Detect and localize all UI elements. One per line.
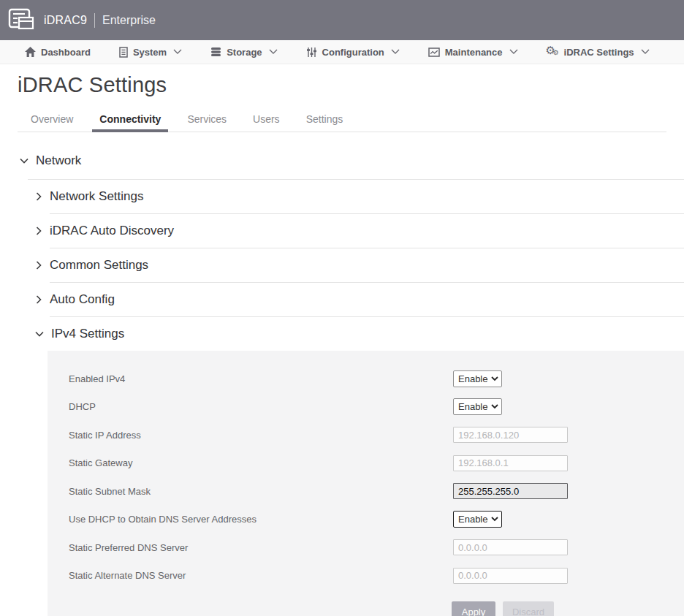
section-label: iDRAC Auto Discovery [50, 224, 174, 238]
static-subnet-mask-input[interactable] [453, 483, 568, 499]
page-title: iDRAC Settings [18, 73, 666, 97]
static-ip-input [453, 427, 568, 443]
brand: iDRAC9 Enterprise [44, 13, 156, 28]
nav-item-dashboard[interactable]: Dashboard [25, 47, 91, 58]
tab-overview[interactable]: Overview [29, 107, 75, 132]
preferred-dns-input [453, 539, 568, 555]
form-row-preferred-dns: Static Preferred DNS Server [69, 533, 684, 562]
field-label: Use DHCP to Obtain DNS Server Addresses [69, 514, 453, 525]
nav-label: iDRAC Settings [564, 47, 634, 58]
chevron-down-icon [34, 330, 45, 338]
nav-item-idrac-settings[interactable]: ⚙⚙ iDRAC Settings [547, 46, 650, 58]
chevron-down-icon [509, 49, 518, 55]
tab-users[interactable]: Users [251, 107, 281, 132]
apply-button[interactable]: Apply [452, 601, 495, 616]
nav-label: Configuration [322, 47, 384, 58]
tab-bar: Overview Connectivity Services Users Set… [18, 107, 666, 132]
form-row-static-gateway: Static Gateway [69, 449, 684, 478]
nav-item-storage[interactable]: Storage [210, 47, 277, 58]
field-label: Static Subnet Mask [69, 486, 453, 497]
section-network-settings[interactable]: Network Settings [0, 180, 684, 213]
section-label: Common Settings [50, 258, 148, 273]
sections: Network Network Settings iDRAC Auto Disc… [0, 132, 684, 616]
section-label: Network [36, 153, 81, 168]
chevron-down-icon [269, 49, 278, 55]
chevron-right-icon [34, 294, 43, 305]
form-row-enabled-ipv4: Enabled IPv4 Enabled [69, 365, 684, 393]
edition-name: Enterprise [102, 14, 156, 27]
nav-item-maintenance[interactable]: Maintenance [428, 47, 518, 58]
chevron-down-icon [641, 49, 650, 55]
field-label: Static IP Address [69, 430, 453, 441]
tab-connectivity[interactable]: Connectivity [98, 107, 162, 132]
nav-label: Dashboard [41, 47, 91, 58]
field-label: Static Gateway [69, 457, 453, 468]
section-label: Auto Config [50, 292, 115, 307]
nav-label: Storage [227, 47, 262, 58]
product-name: iDRAC9 [44, 14, 87, 27]
system-icon [119, 47, 128, 58]
tab-settings[interactable]: Settings [305, 107, 345, 132]
section-auto-config[interactable]: Auto Config [0, 283, 684, 316]
dns-from-dhcp-select[interactable]: Enabled [453, 511, 502, 528]
brand-divider [94, 13, 95, 28]
section-label: IPv4 Settings [51, 327, 124, 341]
form-row-dns-dhcp: Use DHCP to Obtain DNS Server Addresses … [69, 506, 684, 534]
nav-label: Maintenance [445, 47, 503, 58]
nav-item-configuration[interactable]: Configuration [306, 47, 400, 58]
form-row-static-ip: Static IP Address [69, 421, 684, 449]
top-navigation: Dashboard System Storage Configuration [0, 40, 684, 64]
chevron-right-icon [34, 191, 43, 202]
button-row: Apply Discard [69, 601, 684, 616]
form-row-dhcp: DHCP Enabled [69, 393, 684, 422]
page-head: iDRAC Settings Overview Connectivity Ser… [0, 64, 684, 132]
alternate-dns-input [453, 568, 568, 584]
enabled-ipv4-select[interactable]: Enabled [453, 370, 502, 387]
chevron-down-icon [173, 49, 182, 55]
chevron-right-icon [34, 226, 43, 236]
form-row-alternate-dns: Static Alternate DNS Server [69, 562, 684, 590]
configuration-icon [306, 47, 317, 58]
chevron-down-icon [19, 156, 29, 165]
section-label: Network Settings [50, 189, 144, 204]
discard-button[interactable]: Discard [503, 601, 554, 616]
dhcp-select[interactable]: Enabled [453, 398, 502, 415]
masthead: iDRAC9 Enterprise [0, 0, 684, 40]
chevron-down-icon [391, 49, 400, 55]
form-row-static-subnet-mask: Static Subnet Mask [69, 477, 684, 506]
field-label: Static Preferred DNS Server [69, 542, 453, 553]
section-network[interactable]: Network [0, 142, 684, 179]
ipv4-settings-panel: Enabled IPv4 Enabled DHCP Enabled Static… [48, 351, 684, 616]
field-label: DHCP [69, 401, 453, 412]
section-ipv4-settings[interactable]: IPv4 Settings [0, 317, 684, 351]
home-icon [25, 47, 36, 57]
field-label: Enabled IPv4 [69, 373, 453, 384]
chevron-right-icon [34, 260, 43, 270]
maintenance-icon [428, 47, 440, 57]
static-gateway-input [453, 455, 568, 471]
field-label: Static Alternate DNS Server [69, 570, 453, 581]
storage-icon [210, 47, 221, 57]
idrac-logo-icon [7, 7, 37, 34]
nav-label: System [133, 47, 167, 58]
section-common-settings[interactable]: Common Settings [0, 248, 684, 282]
nav-item-system[interactable]: System [119, 47, 182, 58]
section-idrac-auto-discovery[interactable]: iDRAC Auto Discovery [0, 214, 684, 248]
tab-services[interactable]: Services [186, 107, 228, 132]
gears-icon: ⚙⚙ [547, 46, 559, 58]
